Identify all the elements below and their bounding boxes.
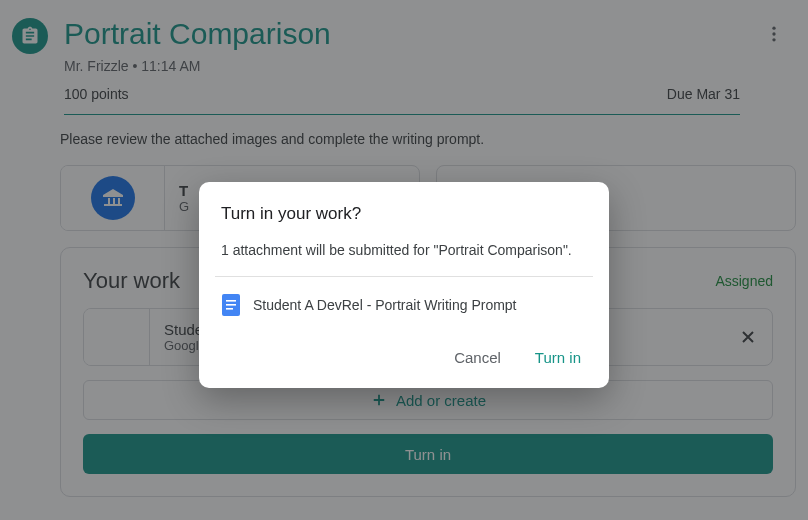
google-docs-icon <box>221 293 241 317</box>
modal-overlay[interactable]: Turn in your work? 1 attachment will be … <box>0 0 808 520</box>
dialog-actions: Cancel Turn in <box>221 341 587 374</box>
cancel-button[interactable]: Cancel <box>448 341 507 374</box>
svg-rect-6 <box>226 308 233 310</box>
dialog-divider <box>215 276 593 277</box>
svg-rect-5 <box>226 304 236 306</box>
confirm-turn-in-button[interactable]: Turn in <box>529 341 587 374</box>
dialog-title: Turn in your work? <box>221 204 587 224</box>
dialog-body-text: 1 attachment will be submitted for "Port… <box>221 242 587 258</box>
svg-rect-4 <box>226 300 236 302</box>
dialog-file-row: Student A DevRel - Portrait Writing Prom… <box>221 293 587 317</box>
dialog-file-name: Student A DevRel - Portrait Writing Prom… <box>253 297 517 313</box>
turn-in-dialog: Turn in your work? 1 attachment will be … <box>199 182 609 388</box>
